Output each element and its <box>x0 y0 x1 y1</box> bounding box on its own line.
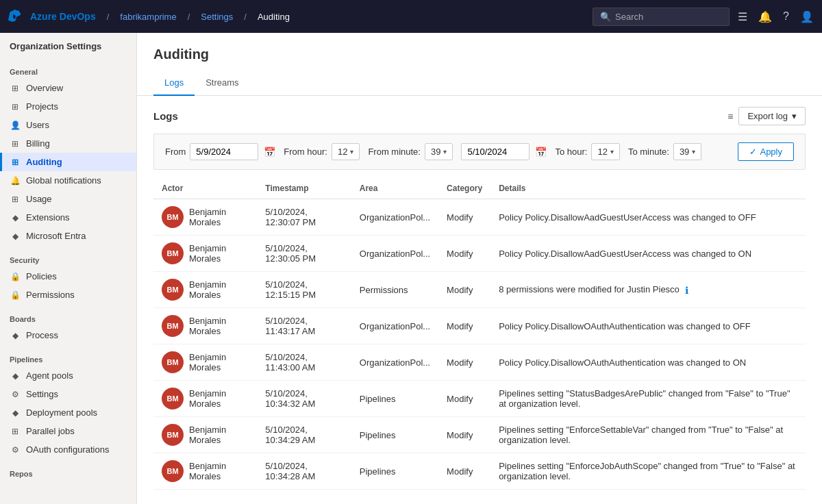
sidebar-item-label-policies: Policies <box>26 271 57 281</box>
actor-name: Benjamin Morales <box>189 388 249 409</box>
col-area: Area <box>351 178 438 199</box>
category-cell: Modify <box>438 308 490 344</box>
azure-devops-logo[interactable]: Azure DevOps <box>8 8 96 25</box>
area-cell: OrganizationPol... <box>351 344 438 381</box>
table-row: BM Benjamin Morales 5/10/2024, 10:34:29 … <box>153 417 806 453</box>
avatar: BM <box>162 242 184 264</box>
from-minute-dropdown[interactable]: 39 ▾ <box>425 143 453 160</box>
sidebar-item-extensions[interactable]: ◆ Extensions <box>0 208 136 227</box>
to-hour-value: 12 <box>597 147 607 157</box>
sidebar-item-agent-pools[interactable]: ◆ Agent pools <box>0 366 136 385</box>
details-text: Policy Policy.DisallowOAuthAuthenticatio… <box>499 321 751 331</box>
sidebar-item-label-overview: Overview <box>26 83 63 93</box>
filter-icon[interactable]: ≡ <box>727 111 733 122</box>
sidebar-item-label-microsoft-entra: Microsoft Entra <box>26 231 86 241</box>
content-area: Auditing Logs Streams Logs ≡ Export log … <box>137 33 822 504</box>
col-details: Details <box>490 178 806 199</box>
sidebar-section-boards: Boards ◆ Process <box>0 312 136 344</box>
sidebar-section-pipelines-label: Pipelines <box>0 353 136 366</box>
sidebar-item-usage[interactable]: ⊞ Usage <box>0 190 136 208</box>
list-icon[interactable]: ☰ <box>738 10 747 23</box>
sidebar-item-label-oauth-configurations: OAuth configurations <box>26 444 109 455</box>
actor-name: Benjamin Morales <box>189 279 249 300</box>
sidebar-item-oauth-configurations[interactable]: ⚙ OAuth configurations <box>0 440 136 459</box>
search-input[interactable] <box>615 12 718 22</box>
to-hour-dropdown[interactable]: 12 ▾ <box>591 143 619 160</box>
info-icon[interactable]: ℹ <box>685 285 688 296</box>
sidebar-item-overview[interactable]: ⊞ Overview <box>0 79 136 97</box>
details-cell: Pipelines setting "EnforceJobAuthScope" … <box>499 461 797 481</box>
breadcrumb-current: Auditing <box>258 12 290 22</box>
sidebar-item-projects[interactable]: ⊞ Projects <box>0 97 136 116</box>
sidebar-item-settings[interactable]: ⚙ Settings <box>0 385 136 403</box>
sidebar-item-process[interactable]: ◆ Process <box>0 326 136 344</box>
breadcrumb-settings[interactable]: fabrikamprime <box>120 12 176 22</box>
area-cell: OrganizationPol... <box>351 308 438 344</box>
apply-button[interactable]: ✓ Apply <box>738 142 794 161</box>
sidebar-title: Organization Settings <box>0 33 136 57</box>
col-category: Category <box>438 178 490 199</box>
details-cell: Policy Policy.DisallowAadGuestUserAccess… <box>499 212 797 223</box>
sidebar-section-security: Security 🔒 Policies 🔒 Permissions <box>0 253 136 304</box>
from-hour-value: 12 <box>338 147 347 157</box>
sidebar-item-users[interactable]: 👤 Users <box>0 116 136 134</box>
actor-cell: BM Benjamin Morales <box>162 424 249 446</box>
sidebar-item-permissions[interactable]: 🔒 Permissions <box>0 286 136 304</box>
sidebar-item-policies[interactable]: 🔒 Policies <box>0 267 136 286</box>
sidebar-section-general: General ⊞ Overview ⊞ Projects 👤 Users ⊞ … <box>0 65 136 245</box>
details-text: Policy Policy.DisallowAadGuestUserAccess… <box>499 249 751 259</box>
sidebar-item-auditing[interactable]: ⊞ Auditing <box>0 153 136 171</box>
sidebar-item-label-usage: Usage <box>26 194 52 204</box>
tab-streams[interactable]: Streams <box>195 71 249 96</box>
to-hour-chevron-icon: ▾ <box>610 148 614 155</box>
to-hour-label: To hour: <box>555 147 587 157</box>
category-cell: Modify <box>438 344 490 381</box>
details-cell: Policy Policy.DisallowOAuthAuthenticatio… <box>499 357 797 368</box>
projects-icon: ⊞ <box>10 102 21 112</box>
sidebar-item-microsoft-entra[interactable]: ◆ Microsoft Entra <box>0 227 136 245</box>
help-icon[interactable]: ? <box>783 10 789 23</box>
to-calendar-icon[interactable]: 📅 <box>535 147 547 158</box>
from-hour-group: From hour: 12 ▾ <box>284 143 360 160</box>
from-label: From <box>165 147 186 157</box>
to-date-input[interactable] <box>461 143 530 160</box>
from-hour-chevron-icon: ▾ <box>350 148 353 155</box>
from-hour-dropdown[interactable]: 12 ▾ <box>332 143 360 160</box>
table-row: BM Benjamin Morales 5/10/2024, 10:34:32 … <box>153 381 806 417</box>
logs-actions: ≡ Export log ▾ <box>727 107 806 125</box>
from-minute-label: From minute: <box>368 147 421 157</box>
to-minute-dropdown[interactable]: 39 ▾ <box>673 143 701 160</box>
actor-cell: BM Benjamin Morales <box>162 460 249 482</box>
content-header: Auditing <box>137 33 822 62</box>
topbar: Azure DevOps / fabrikamprime / Settings … <box>0 0 822 33</box>
details-cell: 8 permissions were modified for Justin P… <box>499 284 797 296</box>
from-calendar-icon[interactable]: 📅 <box>264 147 275 158</box>
sidebar-section-pipelines: Pipelines ◆ Agent pools ⚙ Settings ◆ Dep… <box>0 353 136 459</box>
search-bar[interactable]: 🔍 <box>593 8 730 26</box>
sidebar: Organization Settings General ⊞ Overview… <box>0 33 137 504</box>
deployment-pools-icon: ◆ <box>10 408 21 418</box>
table-row: BM Benjamin Morales 5/10/2024, 11:43:17 … <box>153 308 806 344</box>
breadcrumb-settings-link[interactable]: Settings <box>201 12 233 22</box>
from-date-group: From 📅 <box>165 143 275 160</box>
details-text: Pipelines setting "StatusBadgesArePublic… <box>499 388 797 409</box>
from-date-input[interactable] <box>190 143 258 160</box>
logs-header: Logs ≡ Export log ▾ <box>153 107 806 125</box>
bell-icon[interactable]: 🔔 <box>758 10 772 23</box>
tab-logs[interactable]: Logs <box>153 71 195 96</box>
sidebar-section-repos: Repos <box>0 467 136 481</box>
sidebar-item-parallel-jobs[interactable]: ⊞ Parallel jobs <box>0 422 136 440</box>
parallel-jobs-icon: ⊞ <box>10 427 21 436</box>
sidebar-item-label-process: Process <box>26 330 58 340</box>
sidebar-item-label-agent-pools: Agent pools <box>26 370 73 381</box>
export-log-button[interactable]: Export log ▾ <box>738 107 806 125</box>
sidebar-item-deployment-pools[interactable]: ◆ Deployment pools <box>0 403 136 422</box>
sidebar-item-global-notifications[interactable]: 🔔 Global notifications <box>0 171 136 190</box>
from-minute-value: 39 <box>431 147 440 157</box>
user-avatar-icon[interactable]: 👤 <box>800 10 814 23</box>
sidebar-item-billing[interactable]: ⊞ Billing <box>0 134 136 153</box>
timestamp-cell: 5/10/2024, 10:34:28 AM <box>257 453 351 490</box>
permissions-icon: 🔒 <box>10 290 21 300</box>
category-cell: Modify <box>438 453 490 490</box>
actor-name: Benjamin Morales <box>189 207 249 227</box>
